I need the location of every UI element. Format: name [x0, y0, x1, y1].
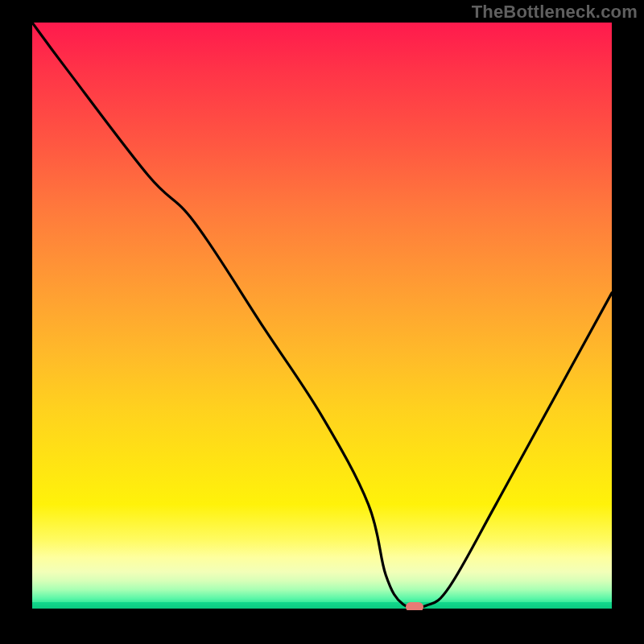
x-axis-line: [32, 609, 612, 610]
bottleneck-chart: [32, 23, 612, 610]
bottleneck-curve-path: [32, 23, 612, 608]
chart-curve-svg: [32, 23, 612, 610]
watermark-text: TheBottleneck.com: [472, 2, 638, 23]
optimal-point-marker: [406, 602, 423, 610]
